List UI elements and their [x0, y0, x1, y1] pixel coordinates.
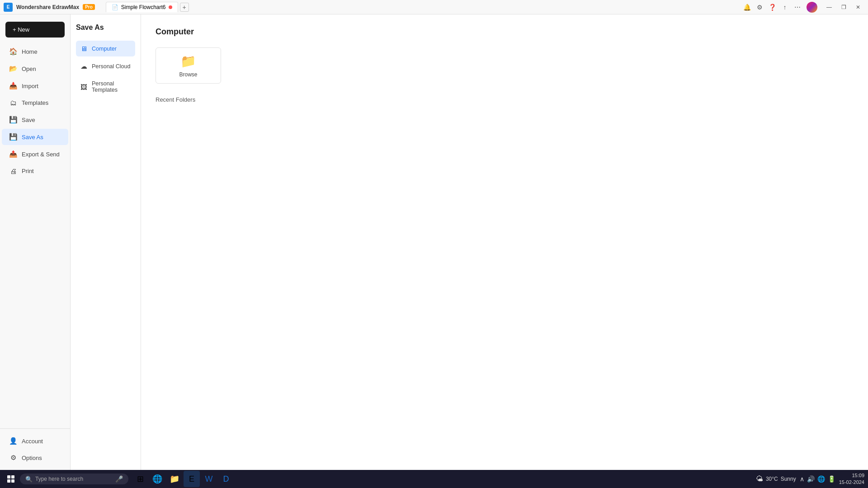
chevron-icon[interactable]: ∧ [800, 475, 804, 483]
avatar[interactable] [807, 2, 817, 13]
sidebar-item-export[interactable]: 📤 Export & Send [2, 146, 68, 162]
tab-close-dot [169, 5, 172, 9]
sidebar: + New 🏠 Home 📂 Open 📥 Import 🗂 Templates… [0, 14, 71, 470]
sidebar-label-account: Account [22, 438, 43, 445]
search-icon: 🔍 [25, 476, 33, 483]
save-option-personal-templates[interactable]: 🖼 Personal Templates [76, 76, 135, 97]
computer-icon: 🖥 [80, 45, 87, 52]
clock-date: 15-02-2024 [839, 479, 864, 486]
sidebar-item-options[interactable]: ⚙ Options [2, 450, 68, 466]
open-icon: 📂 [9, 65, 17, 73]
personal-templates-icon: 🖼 [80, 83, 87, 91]
taskbar-right: 🌤 30°C Sunny ∧ 🔊 🌐 🔋 15:09 15-02-2024 [756, 472, 864, 486]
sidebar-item-print[interactable]: 🖨 Print [2, 163, 68, 179]
save-option-personal-cloud[interactable]: ☁ Personal Cloud [76, 58, 135, 75]
recent-folders-label: Recent Folders [156, 96, 854, 103]
clock-time: 15:09 [839, 472, 864, 479]
system-clock[interactable]: 15:09 15-02-2024 [839, 472, 864, 486]
titlebar: E Wondershare EdrawMax Pro 📄 Simple Flow… [0, 0, 868, 14]
home-icon: 🏠 [9, 47, 17, 56]
browse-folder-icon: 📁 [180, 54, 196, 69]
save-as-icon: 💾 [9, 133, 17, 141]
tab-flowchart[interactable]: 📄 Simple Flowchart6 [106, 2, 178, 12]
more-icon[interactable]: ⋯ [794, 4, 801, 11]
sidebar-item-templates[interactable]: 🗂 Templates [2, 95, 68, 111]
sidebar-label-import: Import [22, 83, 38, 89]
sidebar-label-print: Print [22, 168, 34, 174]
sidebar-item-import[interactable]: 📥 Import [2, 78, 68, 94]
notification-icon[interactable]: 🔔 [743, 4, 750, 11]
main-container: + New 🏠 Home 📂 Open 📥 Import 🗂 Templates… [0, 14, 868, 470]
sidebar-label-save: Save [22, 117, 35, 123]
sidebar-bottom: 👤 Account ⚙ Options [0, 428, 70, 466]
pro-badge: Pro [83, 4, 95, 10]
start-icon [7, 475, 14, 483]
print-icon: 🖨 [9, 167, 17, 175]
save-icon: 💾 [9, 116, 17, 124]
save-option-computer-label: Computer [92, 46, 117, 52]
save-option-templates-label: Personal Templates [92, 80, 131, 93]
weather-icon: 🌤 [756, 475, 763, 483]
taskbar-search[interactable]: 🔍 Type here to search 🎤 [20, 474, 128, 484]
templates-icon: 🗂 [9, 99, 17, 107]
restore-button[interactable]: ❐ [837, 1, 850, 14]
sidebar-label-templates: Templates [22, 99, 48, 106]
taskbar-task-view[interactable]: ⊞ [132, 471, 148, 487]
cloud-icon: ☁ [80, 62, 87, 70]
network-icon[interactable]: 🌐 [817, 475, 825, 483]
tab-icon: 📄 [112, 4, 118, 10]
options-icon: ⚙ [9, 454, 17, 462]
help-icon[interactable]: ❓ [769, 4, 776, 11]
sidebar-item-save-as[interactable]: 💾 Save As [2, 129, 68, 145]
taskbar-edraw[interactable]: E [184, 471, 200, 487]
window-controls: — ❐ ✕ [823, 1, 864, 14]
volume-icon[interactable]: 🔊 [807, 475, 815, 483]
weather-temp: 30°C [766, 476, 778, 482]
taskbar-explorer[interactable]: 📁 [166, 471, 183, 487]
account-icon: 👤 [9, 437, 17, 445]
save-as-panel-title: Save As [76, 23, 135, 32]
sidebar-label-options: Options [22, 455, 42, 461]
taskbar-draw[interactable]: D [218, 471, 234, 487]
app-icon: E [4, 3, 13, 12]
close-button[interactable]: ✕ [852, 1, 864, 14]
browse-card[interactable]: 📁 Browse [156, 47, 221, 84]
content-area: Computer 📁 Browse Recent Folders [141, 14, 868, 470]
tab-label: Simple Flowchart6 [121, 4, 166, 10]
tab-bar: 📄 Simple Flowchart6 + [106, 2, 189, 12]
taskbar: 🔍 Type here to search 🎤 ⊞ 🌐 📁 E W D 🌤 30… [0, 470, 868, 488]
sidebar-item-home[interactable]: 🏠 Home [2, 43, 68, 60]
taskbar-apps: ⊞ 🌐 📁 E W D [132, 471, 234, 487]
taskbar-edge[interactable]: 🌐 [149, 471, 165, 487]
titlebar-left: E Wondershare EdrawMax Pro 📄 Simple Flow… [4, 2, 189, 12]
sidebar-label-export: Export & Send [22, 151, 60, 158]
sidebar-item-account[interactable]: 👤 Account [2, 433, 68, 449]
system-tray: ∧ 🔊 🌐 🔋 [800, 475, 835, 483]
import-icon: 📥 [9, 82, 17, 90]
titlebar-right: 🔔 ⚙ ❓ ↑ ⋯ — ❐ ✕ [743, 1, 864, 14]
sidebar-label-open: Open [22, 66, 36, 72]
sidebar-item-open[interactable]: 📂 Open [2, 61, 68, 77]
settings-icon[interactable]: ⚙ [756, 4, 763, 11]
new-button[interactable]: + New [5, 22, 65, 38]
sidebar-label-save-as: Save As [22, 134, 43, 141]
weather-widget: 🌤 30°C Sunny [756, 475, 796, 483]
battery-icon[interactable]: 🔋 [828, 475, 835, 483]
weather-condition: Sunny [781, 476, 796, 482]
app-title: Wondershare EdrawMax [16, 4, 79, 10]
taskbar-word[interactable]: W [201, 471, 217, 487]
save-as-panel: Save As 🖥 Computer ☁ Personal Cloud 🖼 Pe… [71, 14, 141, 470]
sidebar-label-home: Home [22, 48, 38, 55]
share-icon[interactable]: ↑ [781, 4, 788, 11]
browse-label: Browse [179, 71, 197, 78]
start-button[interactable] [4, 472, 18, 486]
search-placeholder-text: Type here to search [35, 476, 83, 482]
save-option-cloud-label: Personal Cloud [92, 63, 130, 70]
sidebar-item-save[interactable]: 💾 Save [2, 112, 68, 128]
tab-add-button[interactable]: + [180, 3, 189, 12]
content-title: Computer [156, 27, 854, 37]
save-option-computer[interactable]: 🖥 Computer [76, 41, 135, 56]
export-icon: 📤 [9, 150, 17, 158]
minimize-button[interactable]: — [823, 1, 835, 14]
cortana-icon: 🎤 [115, 475, 123, 483]
